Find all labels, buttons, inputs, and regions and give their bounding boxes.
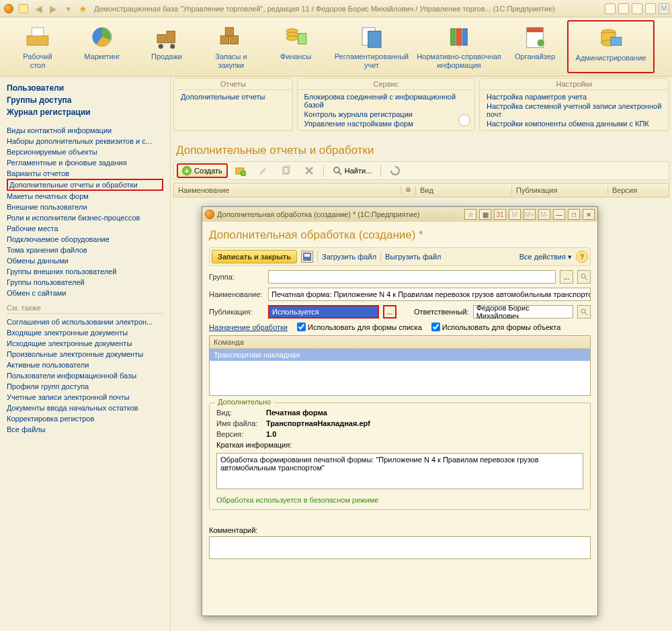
col-name[interactable]: Наименование: [174, 186, 401, 194]
nav-edoc-agreements[interactable]: Соглашения об использовании электрон...: [7, 317, 163, 327]
nav-addl-reports[interactable]: Дополнительные отчеты и обработки: [7, 179, 163, 191]
section-sales[interactable]: Продажи: [134, 20, 199, 73]
nav-data-exchange[interactable]: Обмены данными: [7, 255, 163, 266]
load-file-link[interactable]: Загрузить файл: [322, 253, 376, 261]
dlg-mplus-icon[interactable]: M+: [523, 209, 536, 220]
toolbar-calendar-icon[interactable]: [645, 3, 656, 14]
nav-register-corr[interactable]: Корректировка регистров: [7, 413, 163, 424]
nav-user-groups[interactable]: Группы пользователей: [7, 277, 163, 288]
nav-roles[interactable]: Роли и исполнители бизнес-процессов: [7, 212, 163, 223]
dlg-m-icon[interactable]: M: [509, 209, 521, 220]
copy-button[interactable]: [276, 163, 296, 178]
nav-equipment[interactable]: Подключаемое оборудование: [7, 234, 163, 245]
nav-scheduled[interactable]: Регламентные и фоновые задания: [7, 157, 163, 168]
settings-link-params[interactable]: Настройка параметров учета: [487, 92, 662, 101]
nav-active-users[interactable]: Активные пользователи: [7, 360, 163, 370]
group-input[interactable]: [268, 270, 556, 284]
edit-button[interactable]: [253, 163, 274, 178]
toolbar-m-icon[interactable]: M: [659, 3, 669, 14]
nav-mail-accounts[interactable]: Учетные записи электронной почты: [7, 392, 163, 403]
dlg-calc-icon[interactable]: ▦: [479, 209, 491, 220]
name-input[interactable]: Печатная форма: Приложение N 4 к Правила…: [268, 288, 591, 301]
nav-edoc-in[interactable]: Входящие электронные документы: [7, 327, 163, 338]
dlg-maximize-button[interactable]: □: [568, 209, 580, 220]
save-and-close-button[interactable]: Записать и закрыть: [212, 250, 297, 263]
section-stock[interactable]: Запасы и закупки: [199, 20, 263, 73]
new-folder-button[interactable]: [230, 163, 251, 178]
nav-storage-volumes[interactable]: Тома хранения файлов: [7, 245, 163, 255]
help-button[interactable]: ?: [576, 251, 588, 263]
nav-edoc-any[interactable]: Произвольные электронные документы: [7, 349, 163, 360]
service-link-block[interactable]: Блокировка соединений с информационной б…: [304, 92, 468, 110]
dlg-close-button[interactable]: ✕: [583, 209, 595, 220]
nav-access-profiles[interactable]: Профили групп доступа: [7, 381, 163, 392]
toolbar-calc-icon[interactable]: [632, 3, 642, 14]
col-kind[interactable]: Вид: [416, 186, 512, 194]
nav-ext-user-groups[interactable]: Группы внешних пользователей: [7, 266, 163, 277]
section-marketing[interactable]: Маркетинг: [70, 20, 134, 73]
all-actions-button[interactable]: Все действия ▾: [519, 253, 572, 261]
dlg-mminus-icon[interactable]: M-: [538, 209, 550, 220]
nav-report-variants[interactable]: Варианты отчетов: [7, 168, 163, 179]
toolbar-history-icon[interactable]: [618, 3, 629, 14]
group-search-button[interactable]: [577, 270, 591, 284]
assignment-link[interactable]: Назначение обработки: [209, 323, 288, 331]
favorite-icon[interactable]: ★: [77, 3, 89, 15]
dlg-fav-icon[interactable]: ☆: [464, 209, 476, 220]
save-button[interactable]: [301, 251, 313, 263]
refresh-button[interactable]: [385, 163, 405, 178]
nav-back-icon[interactable]: ◀: [32, 3, 44, 15]
col-ver[interactable]: Версия: [608, 186, 669, 194]
find-button[interactable]: Найти...: [328, 164, 377, 177]
nav-fwd-icon[interactable]: ▶: [47, 3, 59, 15]
nav-users[interactable]: Пользователи: [7, 82, 163, 94]
app-titlebar: ◀ ▶ ▾ ★ Демонстрационная база "Управлени…: [0, 0, 672, 17]
delete-button[interactable]: [299, 163, 319, 178]
col-sort-icon[interactable]: ≞: [401, 186, 416, 195]
nav-log[interactable]: Журнал регистрации: [7, 106, 163, 118]
section-organizer[interactable]: Органайзер: [503, 20, 567, 73]
section-admin[interactable]: Администрирование: [567, 20, 655, 73]
nav-ib-users[interactable]: Пользователи информационной базы: [7, 370, 163, 381]
nav-extra-attrs[interactable]: Наборы дополнительных реквизитов и с...: [7, 136, 163, 146]
settings-link-pda[interactable]: Настройки компоненты обмена данными с КП…: [487, 119, 662, 128]
service-link-log[interactable]: Контроль журнала регистрации: [304, 110, 468, 119]
pub-input[interactable]: Используется: [268, 305, 379, 319]
service-link-forms[interactable]: Управление настройками форм: [304, 119, 468, 128]
nav-dropdown-icon[interactable]: ▾: [62, 3, 74, 15]
nav-initial-balances[interactable]: Документы ввода начальных остатков: [7, 403, 163, 413]
unload-file-link[interactable]: Выгрузить файл: [385, 253, 442, 261]
resp-search-button[interactable]: [577, 305, 591, 319]
nav-print-layouts[interactable]: Макеты печатных форм: [7, 191, 163, 202]
chk-list-form[interactable]: Использовать для формы списка: [297, 323, 422, 331]
resp-input[interactable]: Федоров Борис Михайлович: [473, 305, 573, 319]
nav-contact-kinds[interactable]: Виды контактной информации: [7, 125, 163, 136]
create-button[interactable]: +Создать: [177, 163, 228, 178]
info-textarea[interactable]: [216, 453, 583, 489]
panel-expand-icon[interactable]: [458, 114, 470, 126]
section-refs[interactable]: Нормативно-справочная информация: [415, 20, 503, 73]
section-desktop[interactable]: Рабочий стол: [5, 20, 70, 73]
dlg-minimize-button[interactable]: —: [553, 209, 565, 220]
dialog-titlebar[interactable]: Дополнительная обработка (создание) * (1…: [202, 207, 597, 222]
dlg-cal-icon[interactable]: 31: [494, 209, 506, 220]
nav-all-files[interactable]: Все файлы: [7, 424, 163, 435]
menu-icon[interactable]: [17, 3, 30, 15]
toolbar-fav-icon[interactable]: [605, 3, 616, 14]
section-finance[interactable]: Финансы: [263, 20, 328, 73]
section-regacct[interactable]: Регламентированный учет: [328, 20, 415, 73]
command-row[interactable]: Транспортная накладная: [210, 349, 590, 361]
nav-versioned[interactable]: Версионируемые объекты: [7, 146, 163, 157]
nav-site-exchange[interactable]: Обмен с сайтами: [7, 288, 163, 298]
nav-edoc-out[interactable]: Исходящие электронные документы: [7, 338, 163, 349]
nav-ext-users[interactable]: Внешние пользователи: [7, 202, 163, 212]
panel-reports-link[interactable]: Дополнительные отчеты: [181, 92, 286, 101]
group-select-button[interactable]: ...: [560, 270, 573, 284]
pub-select-button[interactable]: ...: [383, 305, 396, 319]
col-pub[interactable]: Публикация: [512, 186, 608, 194]
nav-groups[interactable]: Группы доступа: [7, 94, 163, 106]
nav-workplaces[interactable]: Рабочие места: [7, 223, 163, 234]
chk-object-form[interactable]: Использовать для формы объекта: [431, 323, 561, 331]
settings-link-mail[interactable]: Настройка системной учетной записи элект…: [487, 101, 662, 119]
comment-input[interactable]: [209, 536, 591, 559]
